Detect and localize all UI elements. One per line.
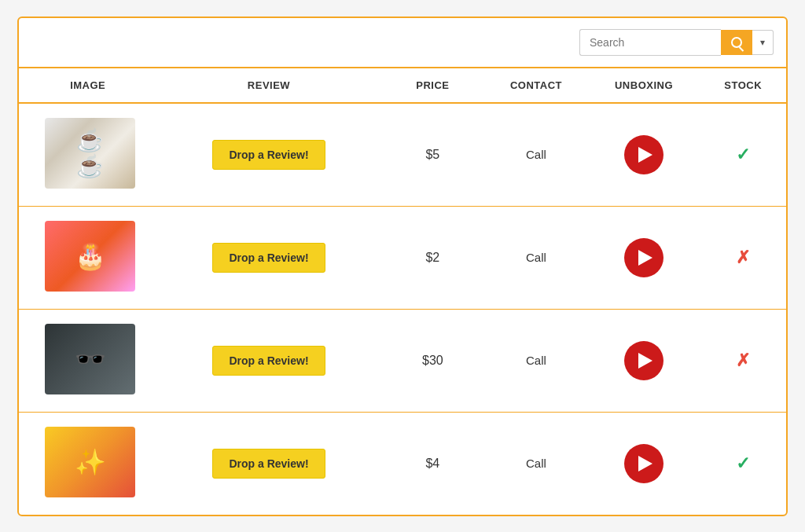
review-cell-3: Drop a Review! [156,309,380,412]
play-button-3[interactable] [624,341,663,380]
stock-cell-1: ✓ [700,103,786,207]
contact-value-1: Call [526,148,546,161]
search-dropdown-button[interactable]: ▾ [752,30,774,55]
price-cell-3: $30 [381,309,485,412]
contact-value-3: Call [526,354,546,367]
product-image-mugs [45,118,135,189]
stock-cell-2: ✗ [700,206,786,309]
col-header-image: IMAGE [19,68,156,103]
stock-cross-icon-3: ✗ [736,350,750,370]
price-value-2: $2 [425,251,439,264]
table-row: Drop a Review!$4Call✓ [19,412,786,515]
contact-cell-2: Call [484,206,588,309]
contact-cell-4: Call [484,412,588,515]
col-header-review: Review [156,68,380,103]
review-cell-1: Drop a Review! [156,103,380,207]
stock-cell-3: ✗ [700,309,786,412]
table-header-row: IMAGE Review PRICE CONTACT UNBOXING STOC… [19,68,786,103]
play-button-4[interactable] [624,444,663,483]
stock-cell-4: ✓ [700,412,786,515]
play-button-1[interactable] [624,135,663,174]
stock-check-icon-4: ✓ [736,453,750,473]
search-wrapper: ▾ [579,29,774,56]
product-image-cell-1 [19,103,156,207]
review-button-3[interactable]: Drop a Review! [212,346,325,376]
table-row: Drop a Review!$2Call✗ [19,206,786,309]
price-cell-2: $2 [381,206,485,309]
search-icon [731,37,742,48]
product-image-lights [45,427,135,497]
product-image-cell-4 [19,412,156,515]
price-value-3: $30 [422,354,443,367]
unboxing-cell-3 [588,309,700,412]
play-button-2[interactable] [624,238,663,277]
product-image-cell-3 [19,309,156,412]
unboxing-cell-1 [588,103,700,207]
price-value-4: $4 [425,457,439,470]
product-image-cell-2 [19,206,156,309]
col-header-stock: STOCK [700,68,786,103]
price-cell-1: $5 [381,103,485,207]
review-cell-2: Drop a Review! [156,206,380,309]
contact-cell-1: Call [484,103,588,207]
header-bar: ▾ [19,18,786,68]
contact-value-2: Call [526,251,546,264]
unboxing-cell-4 [588,412,700,515]
price-value-1: $5 [425,148,439,161]
contact-value-4: Call [526,457,546,470]
col-header-unboxing: UNBOXING [588,68,700,103]
col-header-contact: CONTACT [484,68,588,103]
chevron-down-icon: ▾ [760,37,765,48]
table-row: Drop a Review!$30Call✗ [19,309,786,412]
review-button-1[interactable]: Drop a Review! [212,140,325,170]
table-row: Drop a Review!$5Call✓ [19,103,786,207]
review-button-2[interactable]: Drop a Review! [212,243,325,273]
review-cell-4: Drop a Review! [156,412,380,515]
search-button[interactable] [721,30,752,55]
search-input[interactable] [579,29,721,56]
product-image-sunglasses [45,324,135,394]
stock-cross-icon-2: ✗ [736,248,750,267]
col-header-price: PRICE [381,68,485,103]
product-image-birthday [45,221,135,292]
contact-cell-3: Call [484,309,588,412]
review-button-4[interactable]: Drop a Review! [212,449,325,479]
unboxing-cell-2 [588,206,700,309]
main-container: ▾ IMAGE Review PRICE CONTACT UNBOXING ST… [17,17,788,516]
product-table: IMAGE Review PRICE CONTACT UNBOXING STOC… [19,68,786,515]
price-cell-4: $4 [381,412,485,515]
stock-check-icon-1: ✓ [736,145,750,164]
